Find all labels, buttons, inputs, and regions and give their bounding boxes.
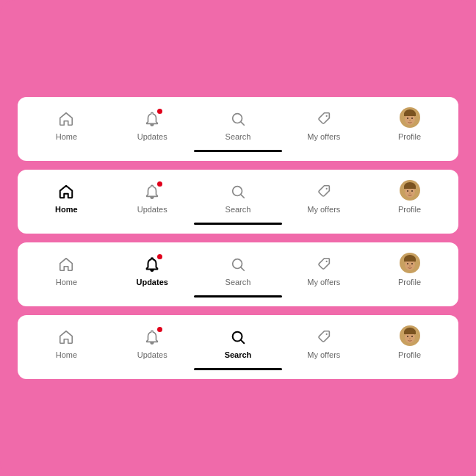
home-icon-wrap — [56, 254, 76, 275]
notification-badge — [157, 254, 162, 259]
myoffers-icon-wrap — [314, 254, 334, 275]
home-icon-wrap — [56, 327, 76, 347]
svg-point-35 — [409, 338, 411, 339]
search-label: Search — [225, 350, 252, 359]
nav-bar-default: Home Updates Search My offers Profile — [24, 109, 452, 147]
nav-item-updates[interactable]: Updates — [129, 254, 176, 286]
updates-icon-wrap — [142, 327, 162, 347]
nav-item-profile[interactable]: Profile — [386, 327, 433, 359]
myoffers-label: My offers — [307, 350, 340, 359]
outer-container: Home Updates Search My offers Profile Ho… — [0, 0, 476, 476]
nav-bar-updates-active: Home Updates Search My offers Profile — [24, 254, 452, 292]
nav-item-myoffers[interactable]: My offers — [300, 181, 347, 214]
myoffers-label: My offers — [307, 278, 340, 286]
search-icon-wrap — [228, 327, 248, 347]
nav-item-profile[interactable]: Profile — [386, 181, 433, 214]
updates-icon-wrap — [142, 254, 162, 275]
nav-item-myoffers[interactable]: My offers — [300, 109, 347, 141]
svg-line-28 — [241, 340, 244, 343]
profile-label: Profile — [398, 350, 421, 359]
home-label: Home — [56, 350, 77, 359]
nav-bar-home-active: Home Updates Search My offers Profile — [24, 181, 452, 220]
nav-item-home[interactable]: Home — [43, 181, 90, 214]
nav-item-home[interactable]: Home — [43, 327, 90, 359]
myoffers-label: My offers — [307, 132, 340, 141]
home-label: Home — [56, 278, 77, 286]
home-label: Home — [55, 205, 78, 214]
svg-point-24 — [407, 263, 408, 264]
nav-card-search-active: Home Updates Search My offers Profile — [18, 315, 458, 379]
profile-label: Profile — [398, 132, 421, 141]
nav-item-profile[interactable]: Profile — [386, 254, 433, 286]
nav-item-search[interactable]: Search — [214, 254, 262, 286]
svg-point-7 — [411, 118, 413, 119]
search-icon-wrap — [228, 181, 248, 202]
nav-item-updates[interactable]: Updates — [129, 327, 176, 359]
nav-item-myoffers[interactable]: My offers — [300, 327, 347, 359]
home-indicator — [194, 295, 282, 298]
notification-badge — [157, 181, 162, 187]
svg-line-1 — [241, 122, 244, 125]
home-indicator — [194, 368, 282, 370]
nav-bar-search-active: Home Updates Search My offers Profile — [24, 327, 452, 365]
svg-point-33 — [407, 336, 408, 337]
nav-item-search[interactable]: Search — [214, 109, 262, 141]
svg-point-34 — [411, 336, 413, 337]
updates-label: Updates — [137, 205, 167, 214]
updates-label: Updates — [137, 350, 167, 359]
home-indicator — [194, 150, 282, 152]
nav-card-updates-active: Home Updates Search My offers Profile — [18, 242, 458, 306]
svg-point-16 — [411, 190, 413, 192]
nav-item-updates[interactable]: Updates — [129, 181, 176, 214]
updates-icon-wrap — [142, 109, 162, 129]
svg-point-25 — [411, 263, 413, 264]
updates-label: Updates — [136, 278, 167, 286]
avatar — [400, 180, 420, 203]
home-indicator — [194, 223, 282, 225]
notification-badge — [157, 109, 162, 114]
profile-icon-wrap — [400, 109, 420, 129]
home-icon-wrap — [56, 109, 76, 129]
nav-card-default: Home Updates Search My offers Profile — [18, 97, 458, 161]
profile-icon-wrap — [400, 181, 420, 202]
avatar — [400, 107, 420, 131]
myoffers-icon-wrap — [314, 109, 334, 129]
profile-icon-wrap — [400, 327, 420, 347]
svg-line-10 — [241, 195, 244, 198]
nav-item-search[interactable]: Search — [214, 327, 262, 359]
nav-item-home[interactable]: Home — [43, 254, 90, 286]
myoffers-icon-wrap — [314, 327, 334, 347]
search-icon-wrap — [228, 254, 248, 275]
svg-point-29 — [325, 333, 327, 335]
nav-item-home[interactable]: Home — [43, 109, 90, 141]
home-label: Home — [56, 132, 77, 141]
nav-item-updates[interactable]: Updates — [129, 109, 176, 141]
updates-icon-wrap — [142, 181, 162, 202]
search-label: Search — [226, 132, 251, 141]
nav-item-profile[interactable]: Profile — [386, 109, 433, 141]
search-label: Search — [226, 278, 251, 286]
profile-label: Profile — [398, 205, 421, 214]
profile-label: Profile — [398, 278, 421, 286]
svg-point-15 — [407, 190, 408, 192]
nav-item-search[interactable]: Search — [214, 181, 262, 214]
notification-badge — [157, 327, 162, 332]
updates-label: Updates — [137, 132, 167, 141]
search-icon-wrap — [228, 109, 248, 129]
svg-point-17 — [409, 192, 411, 193]
search-label: Search — [226, 205, 251, 214]
myoffers-icon-wrap — [314, 181, 334, 202]
home-icon-wrap — [56, 181, 76, 202]
svg-point-6 — [407, 118, 408, 119]
avatar — [400, 325, 420, 349]
svg-point-20 — [325, 261, 327, 262]
nav-item-myoffers[interactable]: My offers — [300, 254, 347, 286]
nav-card-home-active: Home Updates Search My offers Profile — [18, 170, 458, 234]
svg-point-8 — [409, 120, 411, 120]
avatar — [400, 253, 420, 276]
myoffers-label: My offers — [307, 205, 340, 214]
svg-point-26 — [409, 265, 411, 266]
profile-icon-wrap — [400, 254, 420, 275]
svg-line-19 — [241, 267, 244, 270]
svg-point-11 — [325, 188, 327, 190]
